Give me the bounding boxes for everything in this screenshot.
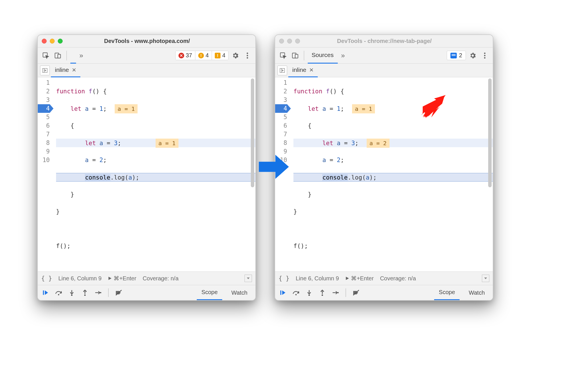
warnings-count: 4 <box>206 52 209 59</box>
status-dropdown-icon[interactable] <box>482 275 489 282</box>
issues-count: 4 <box>222 52 225 59</box>
step-over-icon[interactable] <box>54 288 63 297</box>
scope-tab[interactable]: Scope <box>197 285 222 300</box>
svg-point-4 <box>247 55 248 56</box>
close-window-button[interactable] <box>279 39 284 44</box>
editor-tabstrip: inline ✕ <box>275 64 493 77</box>
svg-point-8 <box>58 294 59 296</box>
file-tab-inline[interactable]: inline ✕ <box>288 64 318 77</box>
code-content[interactable]: function f() { let a = 1;a = 1 { let a =… <box>289 77 493 271</box>
step-out-icon[interactable] <box>318 288 327 297</box>
inline-value-badge: a = 1 <box>115 104 138 113</box>
messages-count: 2 <box>459 52 462 59</box>
sources-panel-tab[interactable]: Sources <box>308 48 338 64</box>
mac-window-controls <box>42 39 63 44</box>
source-editor[interactable]: 1 2 3 4 5 6 7 8 9 10 function f() { let … <box>275 77 493 271</box>
inspect-element-icon[interactable] <box>278 50 288 61</box>
scope-tab[interactable]: Scope <box>434 285 460 300</box>
inline-value-badge: a = 1 <box>156 139 178 148</box>
inspect-element-icon[interactable] <box>41 50 51 61</box>
device-toolbar-icon[interactable] <box>290 50 300 61</box>
step-over-icon[interactable] <box>292 288 300 297</box>
issues-badge[interactable]: !4 <box>212 51 228 60</box>
navigator-toggle-icon[interactable] <box>40 66 50 75</box>
svg-point-23 <box>337 292 339 294</box>
deactivate-breakpoints-icon[interactable] <box>352 288 360 297</box>
window-title: DevTools - www.photopea.com/ <box>70 38 224 44</box>
file-tab-label: inline <box>55 66 69 73</box>
cursor-position: Line 6, Column 9 <box>58 275 102 282</box>
mac-window-controls <box>279 39 300 44</box>
warnings-badge[interactable]: !4 <box>195 51 212 60</box>
deactivate-breakpoints-icon[interactable] <box>114 288 123 297</box>
svg-point-17 <box>484 57 486 58</box>
close-tab-icon[interactable]: ✕ <box>309 67 314 73</box>
message-icon <box>450 53 457 58</box>
code-content[interactable]: function f() { let a = 1;a = 1 { let a =… <box>52 77 255 271</box>
coverage-status[interactable]: Coverage: n/a <box>143 275 179 282</box>
close-tab-icon[interactable]: ✕ <box>72 67 76 73</box>
console-issues-badges[interactable]: ✕37 !4 !4 <box>175 51 229 60</box>
messages-badge[interactable]: 2 <box>447 51 466 60</box>
watch-tab[interactable]: Watch <box>227 285 252 300</box>
devtools-window-left: DevTools - www.photopea.com/ » ✕37 !4 !4 <box>37 34 256 301</box>
annotation-arrow-icon <box>420 95 446 118</box>
coverage-status[interactable]: Coverage: n/a <box>380 275 416 282</box>
file-tab-inline[interactable]: inline ✕ <box>51 64 80 77</box>
svg-point-15 <box>484 52 486 54</box>
execution-line-marker[interactable]: 4 <box>38 104 50 113</box>
scrollbar[interactable] <box>251 78 254 187</box>
window-title: DevTools - chrome://new-tab-page/ <box>307 38 461 44</box>
debugger-toolbar: Scope Watch <box>275 285 493 300</box>
execution-line-marker[interactable]: 4 <box>275 104 287 113</box>
svg-rect-2 <box>58 54 61 58</box>
status-dropdown-icon[interactable] <box>245 275 252 282</box>
minimize-window-button[interactable] <box>50 39 55 44</box>
pretty-print-icon[interactable]: { } <box>41 275 52 282</box>
inline-value-badge: a = 2 <box>367 139 390 148</box>
svg-point-5 <box>247 57 248 58</box>
device-toolbar-icon[interactable] <box>53 50 63 61</box>
settings-icon[interactable] <box>230 50 241 61</box>
watch-tab[interactable]: Watch <box>464 285 489 300</box>
close-window-button[interactable] <box>42 39 47 44</box>
step-icon[interactable] <box>94 288 102 297</box>
editor-status-bar: { } Line 6, Column 9 ⌘+Enter Coverage: n… <box>275 271 493 285</box>
svg-point-11 <box>100 292 102 294</box>
active-panel-indicator <box>70 48 76 64</box>
step-into-icon[interactable] <box>305 288 313 297</box>
more-menu-icon[interactable] <box>242 50 253 61</box>
maximize-window-button[interactable] <box>295 39 300 44</box>
titlebar: DevTools - www.photopea.com/ <box>38 35 255 48</box>
transition-arrow-icon <box>259 153 289 180</box>
step-out-icon[interactable] <box>81 288 89 297</box>
run-snippet-hint[interactable]: ⌘+Enter <box>108 275 136 282</box>
pretty-print-icon[interactable]: { } <box>279 275 289 282</box>
svg-rect-7 <box>43 290 44 295</box>
settings-icon[interactable] <box>468 50 478 61</box>
run-snippet-hint[interactable]: ⌘+Enter <box>345 275 374 282</box>
source-editor[interactable]: 1 2 3 4 5 6 7 8 9 10 function f() { let … <box>38 77 255 271</box>
main-toolbar: Sources » 2 <box>275 48 493 64</box>
resume-icon[interactable] <box>279 288 287 297</box>
more-tabs-icon[interactable]: » <box>339 52 347 60</box>
maximize-window-button[interactable] <box>58 39 63 44</box>
svg-point-10 <box>84 294 86 296</box>
minimize-window-button[interactable] <box>287 39 292 44</box>
errors-badge[interactable]: ✕37 <box>176 51 195 60</box>
scrollbar[interactable] <box>488 78 492 187</box>
cursor-position: Line 6, Column 9 <box>296 275 339 282</box>
step-icon[interactable] <box>331 288 340 297</box>
step-into-icon[interactable] <box>67 288 76 297</box>
more-tabs-icon[interactable]: » <box>78 52 85 60</box>
main-toolbar: » ✕37 !4 !4 <box>38 48 255 64</box>
more-menu-icon[interactable] <box>480 50 490 61</box>
svg-rect-14 <box>295 54 298 58</box>
debugger-toolbar: Scope Watch <box>38 285 255 300</box>
navigator-toggle-icon[interactable] <box>277 66 287 75</box>
svg-point-9 <box>71 294 72 296</box>
resume-icon[interactable] <box>41 288 50 297</box>
line-number-gutter[interactable]: 1 2 3 4 5 6 7 8 9 10 <box>38 77 52 271</box>
editor-status-bar: { } Line 6, Column 9 ⌘+Enter Coverage: n… <box>38 271 255 285</box>
svg-point-3 <box>247 52 248 54</box>
